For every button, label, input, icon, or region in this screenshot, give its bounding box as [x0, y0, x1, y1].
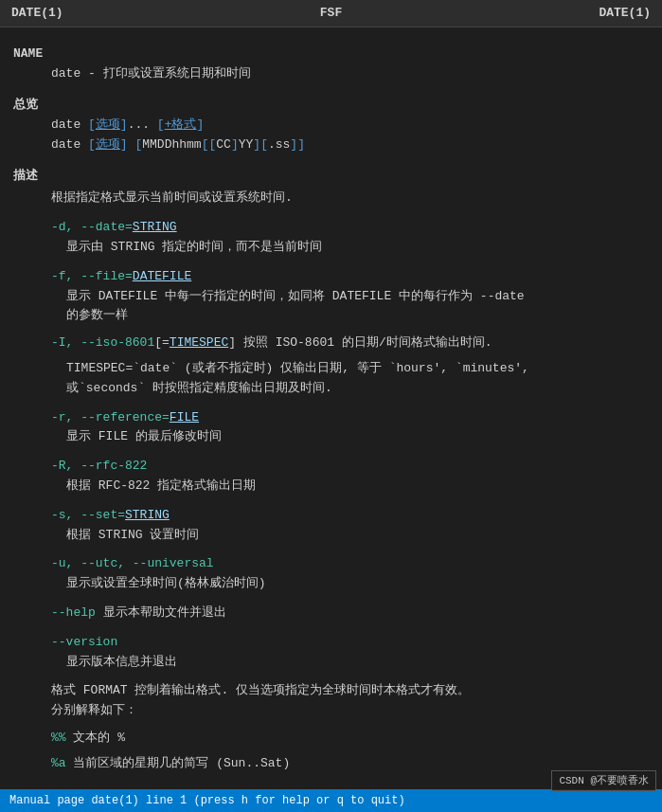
format-item-percent: %% 文本的 %: [13, 729, 649, 749]
synopsis-line1: date [选项]... [+格式]: [13, 116, 649, 135]
flag-f: -f, --file=DATEFILE 显示 DATEFILE 中每一行指定的时…: [13, 267, 649, 326]
description-section: 描述 根据指定格式显示当前时间或设置系统时间. -d, --date=STRIN…: [13, 167, 649, 774]
flag-u: -u, --utc, --universal 显示或设置全球时间(格林威治时间): [13, 554, 649, 594]
header-right: DATE(1): [599, 4, 651, 23]
name-section: NAME date - 打印或设置系统日期和时间: [13, 45, 649, 84]
description-title: 描述: [13, 167, 649, 186]
header-center: FSF: [320, 4, 342, 23]
flag-d: -d, --date=STRING 显示由 STRING 指定的时间，而不是当前…: [13, 218, 649, 258]
bottom-bar: Manual page date(1) line 1 (press h for …: [0, 789, 662, 812]
header-left: DATE(1): [11, 4, 63, 23]
synopsis-title: 总览: [13, 96, 649, 115]
name-content: date - 打印或设置系统日期和时间: [13, 64, 649, 84]
flag-R: -R, --rfc-822 根据 RFC-822 指定格式输出日期: [13, 457, 649, 496]
format-section: 格式 FORMAT 控制着输出格式. 仅当选项指定为全球时间时本格式才有效。 分…: [13, 681, 649, 721]
flag-s: -s, --set=STRING 根据 STRING 设置时间: [13, 506, 649, 546]
watermark: CSDN @不要喷香水: [551, 770, 656, 792]
flag-r: -r, --reference=FILE 显示 FILE 的最后修改时间: [13, 408, 649, 448]
flag-version: --version 显示版本信息并退出: [13, 633, 649, 673]
top-header: DATE(1) FSF DATE(1): [0, 0, 662, 27]
synopsis-line2: date [选项] [MMDDhhmm[[CC]YY][.ss]]: [13, 135, 649, 155]
bottom-bar-text: Manual page date(1) line 1 (press h for …: [9, 792, 405, 809]
flag-help: --help 显示本帮助文件并退出: [13, 604, 649, 623]
name-title: NAME: [13, 45, 649, 63]
flag-i: -I, --iso-8601[=TIMESPEC] 按照 ISO-8601 的日…: [13, 334, 649, 398]
description-text: 根据指定格式显示当前时间或设置系统时间.: [13, 189, 649, 208]
synopsis-section: 总览 date [选项]... [+格式] date [选项] [MMDDhhm…: [13, 96, 649, 155]
